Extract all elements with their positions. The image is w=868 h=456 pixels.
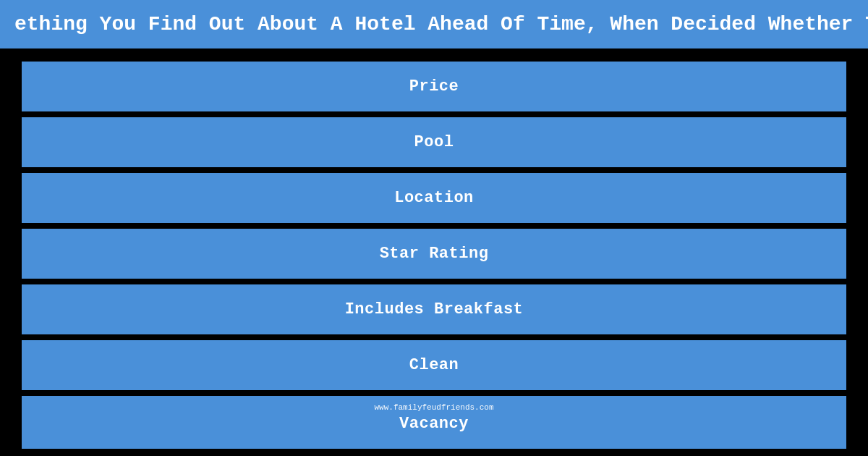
content-area: Price Pool Location Star Rating Includes… <box>0 54 868 456</box>
answer-button-5[interactable]: Includes Breakfast <box>22 284 846 334</box>
answer-button-1[interactable]: Price <box>22 62 846 111</box>
answer-label-1: Price <box>409 77 459 96</box>
footer-url: www.familyfeudfriends.com <box>36 403 832 412</box>
answer-button-2[interactable]: Pool <box>22 117 846 167</box>
answer-button-4[interactable]: Star Rating <box>22 229 846 279</box>
divider <box>0 48 868 54</box>
header-bar: ething You Find Out About A Hotel Ahead … <box>0 0 868 48</box>
answer-label-3: Location <box>394 189 474 207</box>
answer-label-4: Star Rating <box>380 245 489 263</box>
answer-label-6: Clean <box>409 356 459 374</box>
footer-label: Vacancy <box>399 415 469 433</box>
answer-button-6[interactable]: Clean <box>22 340 846 390</box>
answer-button-3[interactable]: Location <box>22 173 846 223</box>
header-text: ething You Find Out About A Hotel Ahead … <box>14 13 868 35</box>
answer-label-5: Includes Breakfast <box>345 300 524 318</box>
answer-label-2: Pool <box>414 133 454 151</box>
answer-button-footer[interactable]: www.familyfeudfriends.com Vacancy <box>22 396 846 449</box>
